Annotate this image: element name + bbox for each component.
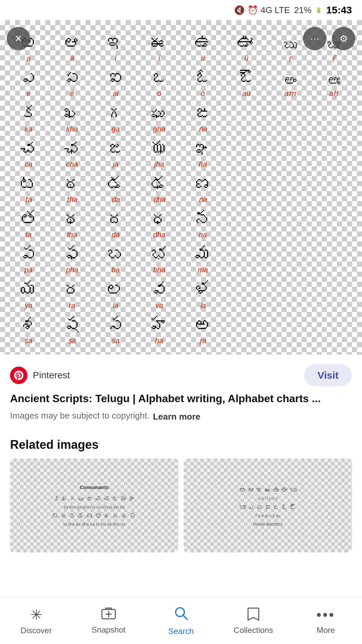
settings-icon[interactable]: ⚙ [332,27,355,50]
char-cell [268,171,312,207]
char-cell: ఒ o [137,65,181,101]
discover-icon: ✳ [30,606,43,623]
char-cell: య ya [7,277,50,312]
close-button[interactable]: × [7,27,30,50]
roman-label: la [113,301,118,310]
nav-item-search[interactable]: Search [145,606,217,636]
char-cell: ఱ ṟa [181,313,225,348]
char-cell: ఐ ai [94,65,137,101]
telugu-char: ష [63,316,81,335]
roman-label: ya [24,301,32,310]
roman-label: ba [112,266,120,274]
char-cell [312,277,355,312]
telugu-char: ట [20,175,37,194]
telugu-char: బు [283,38,297,53]
nav-item-collections[interactable]: Collections [217,607,290,635]
pinterest-logo [10,367,27,384]
roman-label: ka [24,125,32,133]
visit-button[interactable]: Visit [304,364,352,386]
roman-label: sa [112,336,119,345]
roman-label: śa [24,336,32,345]
roman-label: ṛ [289,54,292,63]
char-cell [312,101,355,136]
char-cell: ష ṣa [50,313,94,348]
char-cell [225,313,268,348]
top-right-buttons: ⋯ ⚙ [303,27,355,50]
roman-label: gha [153,125,166,133]
char-cell: ట ṭa [7,171,50,207]
roman-label: e [26,89,31,98]
telugu-char: ఞ [194,140,212,159]
char-cell: ఫ pha [50,242,94,277]
telugu-char: ఎ [20,69,37,88]
roman-label: ṅa [198,125,207,133]
telugu-char: జ [107,140,124,159]
network-label: 4G LTE [261,5,290,15]
telugu-char: ళ [194,280,212,300]
roman-label: a [26,54,31,63]
telugu-char: హ [150,316,168,335]
snapshot-icon [101,607,116,623]
telugu-char: థ [63,210,81,229]
roman-label: ca [24,160,32,169]
telugu-char: ల [107,280,124,300]
nav-item-more[interactable]: ••• More [290,607,362,635]
char-cell: ఠ ṭha [50,171,94,207]
telugu-char: ఠ [63,175,81,194]
char-cell [225,277,268,312]
nav-item-discover[interactable]: ✳ Discover [0,606,72,635]
char-cell [225,207,268,242]
related-grid: Consonants క ఖ గ ఘ ఙ చ చ జ ఝ ఞ ka kha ga… [10,459,352,552]
telugu-char: న [194,210,212,229]
char-cell: ఇ i [94,30,137,65]
source-left: Pinterest [10,367,70,384]
share-icon[interactable]: ⋯ [303,27,326,50]
related-thumb-2[interactable]: అ ఆ ఇ ఈ ఉ ఊ బు a ā i ī u ū ṛ బూ ఎ ఏ ఐ ఒ … [184,459,352,552]
copyright-text: Images may be subject to copyright. [10,411,149,421]
char-cell: ప pa [7,242,50,277]
roman-label: ma [198,266,208,274]
related-thumb-1[interactable]: Consonants క ఖ గ ఘ ఙ చ చ జ ఝ ఞ ka kha ga… [10,459,178,552]
roman-label: kha [66,125,78,133]
telugu-char: స [107,316,124,335]
roman-label: ḷa [200,301,206,310]
telugu-char: అః [327,74,340,88]
learn-more-link[interactable]: Learn more [153,412,200,422]
telugu-char: శ [20,316,37,335]
roman-label: ū [244,54,248,63]
roman-label: pa [24,266,33,274]
roman-label: cha [66,160,78,169]
nav-item-snapshot[interactable]: Snapshot [72,607,145,635]
collections-icon [247,607,260,623]
telugu-char: ప [20,245,37,264]
char-cell [312,313,355,348]
image-title: Ancient Scripts: Telugu | Alphabet writi… [10,391,352,406]
char-cell [225,242,268,277]
roman-label: ta [25,230,32,239]
char-cell: ఊ ū [225,30,268,65]
char-cell: మ ma [181,242,225,277]
roman-label: aṃ [284,89,295,98]
char-cell: డ ḍa [94,171,137,207]
char-cell: జ ja [94,136,137,171]
char-cell [268,242,312,277]
telugu-char: ద [107,210,125,229]
roman-label: ṭha [66,195,77,204]
search-icon [174,606,188,624]
telugu-char: ఝ [150,140,168,159]
char-cell: స sa [94,313,137,348]
roman-label: da [112,230,120,239]
alphabet-grid: అ a ఆ ā ఇ i ఈ ī ఉ u ఊ ū బు ṛ బూ ṝ [7,27,355,348]
telugu-char: ఉ [194,34,212,53]
char-cell: ఘ gha [137,101,181,136]
roman-label: o [157,89,161,98]
nav-label-search: Search [168,627,194,636]
roman-label: au [242,89,250,98]
char-cell: ఓ ō [181,65,225,101]
telugu-char: ఙ [194,104,212,123]
telugu-char: ఔ [238,69,255,88]
char-cell: ఉ u [181,30,225,65]
battery-percent: 21% [294,5,311,15]
related-title: Related images [10,438,352,452]
char-cell: ఖ kha [50,101,94,136]
